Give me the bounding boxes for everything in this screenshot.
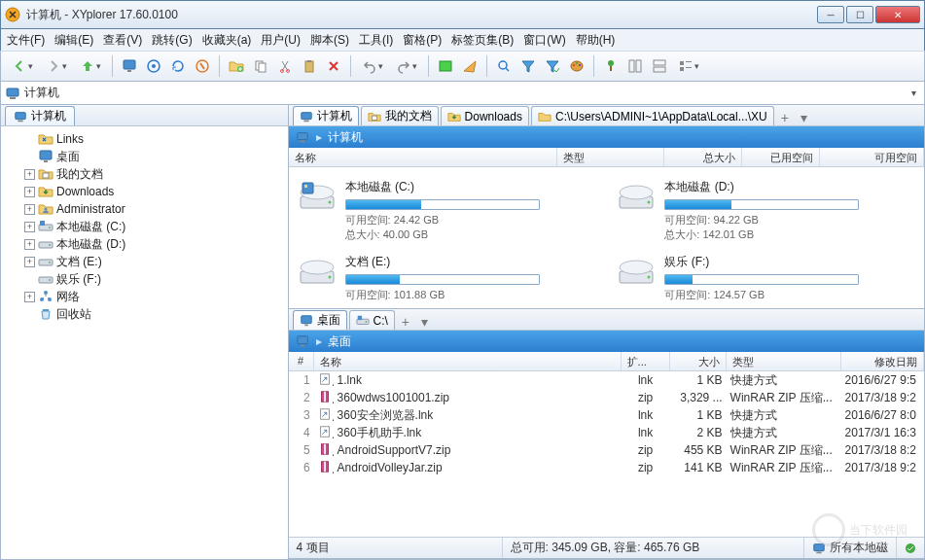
- expand-icon[interactable]: +: [24, 169, 35, 180]
- view-mode-icon[interactable]: ▾: [673, 55, 704, 77]
- menu-tools[interactable]: 工具(I): [359, 32, 393, 49]
- undo-icon[interactable]: ▾: [357, 55, 388, 77]
- tree-item[interactable]: +Downloads: [3, 183, 286, 200]
- delete-icon[interactable]: [323, 55, 344, 77]
- forward-button[interactable]: ▾: [41, 55, 72, 77]
- add-tab-button[interactable]: +: [776, 110, 794, 125]
- file-name: 1.lnk: [334, 373, 622, 387]
- file-list[interactable]: 11.lnklnk1 KB快捷方式2016/6/27 9:52360wdws10…: [289, 371, 924, 537]
- copy-icon[interactable]: [250, 55, 271, 77]
- expand-icon[interactable]: +: [24, 257, 35, 267]
- menu-panes[interactable]: 窗格(P): [403, 32, 442, 49]
- menu-goto[interactable]: 跳转(G): [152, 32, 192, 49]
- file-row[interactable]: 2360wdws1001001.zipzip3,329 ...WinRAR ZI…: [289, 389, 924, 406]
- redo-icon[interactable]: ▾: [391, 55, 422, 77]
- layout-1-icon[interactable]: [624, 55, 646, 77]
- close-button[interactable]: ✕: [875, 6, 920, 23]
- menu-file[interactable]: 文件(F): [7, 32, 45, 49]
- bottom-breadcrumb[interactable]: ▸ 桌面: [289, 331, 924, 352]
- expand-icon[interactable]: +: [24, 222, 35, 232]
- file-row[interactable]: 4360手机助手.lnklnk2 KB快捷方式2017/3/1 16:3: [289, 424, 924, 441]
- col-free[interactable]: 可用空间: [820, 148, 924, 166]
- menu-view[interactable]: 查看(V): [103, 32, 142, 49]
- filter-check-icon[interactable]: [542, 55, 563, 77]
- col-type[interactable]: 类型: [727, 352, 841, 370]
- menu-script[interactable]: 脚本(S): [310, 32, 349, 49]
- expand-icon[interactable]: +: [24, 204, 35, 215]
- stop-icon[interactable]: [192, 55, 213, 77]
- expand-icon[interactable]: +: [24, 187, 35, 197]
- minimize-button[interactable]: ─: [817, 6, 844, 23]
- target-icon[interactable]: [143, 55, 164, 77]
- row-index: 1: [289, 373, 314, 387]
- file-row[interactable]: 5AndroidSupportV7.zipzip455 KBWinRAR ZIP…: [289, 441, 924, 459]
- pane-tab[interactable]: 我的文档: [361, 106, 439, 125]
- filter-icon[interactable]: [517, 55, 539, 77]
- file-size: 455 KB: [670, 443, 727, 457]
- col-name[interactable]: 名称: [314, 352, 622, 370]
- pane-tab[interactable]: 桌面: [293, 310, 347, 330]
- pane-tab[interactable]: Downloads: [441, 106, 529, 125]
- tree-item[interactable]: +本地磁盘 (C:): [3, 218, 286, 235]
- up-button[interactable]: ▾: [75, 55, 106, 77]
- expand-icon[interactable]: +: [24, 239, 35, 250]
- tab-overflow-icon[interactable]: ▾: [416, 314, 434, 330]
- cut-icon[interactable]: [274, 55, 296, 77]
- layout-2-icon[interactable]: [649, 55, 670, 77]
- col-used[interactable]: 已用空间: [742, 148, 820, 166]
- address-dropdown-icon[interactable]: ▾: [907, 88, 920, 98]
- col-idx[interactable]: #: [289, 352, 314, 370]
- tab-label: 我的文档: [385, 108, 432, 124]
- paste-icon[interactable]: [299, 55, 320, 77]
- file-row[interactable]: 3360安全浏览器.lnklnk1 KB快捷方式2016/6/27 8:0: [289, 406, 924, 424]
- address-bar[interactable]: 计算机 ▾: [0, 82, 925, 105]
- menu-tabsets[interactable]: 标签页集(B): [451, 32, 514, 49]
- menu-edit[interactable]: 编辑(E): [54, 32, 93, 49]
- tree-item[interactable]: 桌面: [3, 148, 286, 165]
- pane-tab[interactable]: C:\Users\ADMINI~1\AppData\Local...\XU: [531, 106, 774, 125]
- pizza-icon[interactable]: [459, 55, 480, 77]
- file-type: 快捷方式: [727, 372, 841, 389]
- menu-help[interactable]: 帮助(H): [576, 32, 616, 49]
- drive-item[interactable]: 文档 (E:)可用空间: 101.88 GB: [293, 250, 601, 306]
- back-button[interactable]: ▾: [7, 55, 38, 77]
- pane-tab[interactable]: 计算机: [293, 106, 359, 125]
- computer-icon[interactable]: [119, 55, 140, 77]
- menu-favorites[interactable]: 收藏夹(a): [202, 32, 252, 49]
- preview-icon[interactable]: [435, 55, 456, 77]
- menu-window[interactable]: 窗口(W): [523, 32, 565, 49]
- tab-overflow-icon[interactable]: ▾: [796, 110, 813, 125]
- col-ext[interactable]: 扩...: [622, 352, 670, 370]
- col-name[interactable]: 名称: [289, 148, 557, 166]
- col-type[interactable]: 类型: [557, 148, 664, 166]
- tree-tab-computer[interactable]: 计算机: [5, 106, 75, 125]
- tree[interactable]: Links桌面+我的文档+Downloads+Administrator+本地磁…: [1, 126, 288, 559]
- pane-tab[interactable]: C:\: [349, 310, 395, 330]
- col-total[interactable]: 总大小: [664, 148, 742, 166]
- col-size[interactable]: 大小: [670, 352, 727, 370]
- drive-item[interactable]: 娱乐 (F:)可用空间: 124.57 GB: [612, 250, 920, 306]
- add-tab-button[interactable]: +: [397, 314, 414, 330]
- tree-item[interactable]: +文档 (E:): [3, 253, 286, 270]
- menu-user[interactable]: 用户(U): [261, 32, 301, 49]
- top-breadcrumb[interactable]: ▸ 计算机: [289, 126, 924, 148]
- col-date[interactable]: 修改日期: [841, 352, 924, 370]
- file-row[interactable]: 11.lnklnk1 KB快捷方式2016/6/27 9:5: [289, 371, 924, 389]
- tree-item[interactable]: +本地磁盘 (D:): [3, 235, 286, 253]
- maximize-button[interactable]: ☐: [846, 6, 873, 23]
- drive-item[interactable]: 本地磁盘 (D:)可用空间: 94.22 GB总大小: 142.01 GB: [612, 175, 920, 246]
- search-icon[interactable]: [493, 55, 515, 77]
- tree-item[interactable]: +网络: [3, 288, 286, 305]
- tree-item[interactable]: Links: [3, 130, 286, 148]
- new-folder-icon[interactable]: [226, 55, 247, 77]
- expand-icon[interactable]: +: [24, 292, 35, 302]
- file-row[interactable]: 6AndroidVolleyJar.zipzip141 KBWinRAR ZIP…: [289, 459, 924, 476]
- drive-item[interactable]: 本地磁盘 (C:)可用空间: 24.42 GB总大小: 40.00 GB: [293, 175, 601, 246]
- refresh-icon[interactable]: [167, 55, 189, 77]
- tree-item[interactable]: +Administrator: [3, 200, 286, 218]
- tree-item[interactable]: 娱乐 (F:): [3, 270, 286, 288]
- tree-item[interactable]: 回收站: [3, 305, 286, 323]
- tree-item[interactable]: +我的文档: [3, 165, 286, 183]
- palette-icon[interactable]: [566, 55, 587, 77]
- tree-icon[interactable]: [600, 55, 622, 77]
